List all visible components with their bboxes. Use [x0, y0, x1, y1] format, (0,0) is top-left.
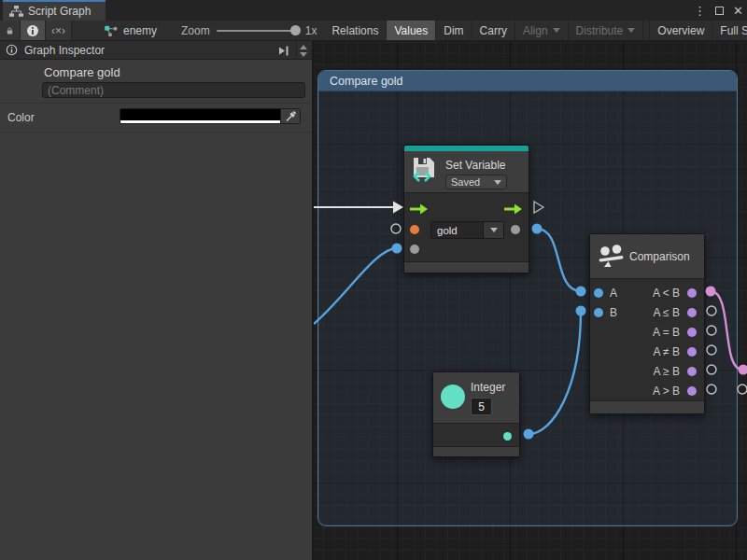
divider [0, 132, 312, 133]
output-label-lessequal: A ≤ B [653, 306, 680, 319]
eyedropper-icon [285, 110, 297, 122]
inspector-toggle-button[interactable] [21, 21, 46, 40]
divider [0, 103, 312, 104]
color-field[interactable] [120, 108, 301, 124]
carry-button[interactable]: Carry [472, 21, 515, 40]
integer-title: Integer [471, 381, 505, 394]
align-button[interactable]: Align [515, 21, 569, 40]
group-title: Compare gold [330, 75, 403, 88]
script-graph-icon [9, 6, 23, 17]
chevron-down-icon [490, 228, 498, 232]
breadcrumb-label: enemy [123, 24, 157, 37]
zoom-value: 1x [305, 24, 317, 37]
fullscreen-button[interactable]: Full Screen [712, 21, 747, 40]
chevron-up-icon [300, 45, 307, 49]
set-variable-header: Set Variable Saved [404, 151, 529, 192]
variable-name-dropdown[interactable]: gold [430, 221, 504, 239]
output-label-notequal: A ≠ B [653, 345, 680, 358]
clear-errors-button[interactable]: ‹×› [46, 21, 72, 40]
variable-output-port[interactable] [511, 225, 520, 234]
zoom-label: Zoom [181, 24, 210, 37]
comparison-balance-icon [598, 244, 626, 269]
connection-endpoint [739, 365, 747, 375]
output-port-notequal[interactable] [687, 347, 697, 357]
comparison-input-a-port[interactable] [594, 288, 603, 298]
graph-inspector-panel: Graph Inspector Compare gold Color [0, 41, 314, 560]
color-label: Color [7, 111, 35, 124]
breadcrumb[interactable]: enemy [96, 21, 164, 40]
integer-output-port[interactable] [503, 432, 512, 441]
output-port-equal[interactable] [687, 328, 697, 337]
integer-value-input[interactable]: 5 [471, 398, 492, 415]
comparison-header: Comparison [590, 234, 704, 278]
output-label-less: A < B [653, 287, 680, 300]
integer-literal-icon [441, 385, 465, 409]
alpha-bar [120, 120, 280, 123]
graph-inspector-title: Graph Inspector [24, 44, 105, 57]
dock-panel-icon[interactable] [277, 45, 290, 57]
panel-stepper[interactable] [296, 41, 310, 60]
graph-canvas[interactable]: Compare gold Set Variable Saved [314, 41, 747, 560]
node-comparison[interactable]: Comparison A B A < B A ≤ B A = B A ≠ B A… [589, 233, 705, 414]
save-variable-icon [411, 155, 439, 185]
integer-header: Integer 5 [433, 372, 519, 423]
kebab-menu-icon[interactable]: ⋮ [694, 4, 706, 18]
titlebar: Script Graph ⋮ ✕ [0, 0, 747, 21]
maximize-icon[interactable] [715, 7, 724, 15]
output-label-greaterequal: A ≥ B [653, 365, 680, 378]
lock-icon [6, 24, 14, 37]
comment-input[interactable] [42, 82, 305, 98]
set-variable-body: gold [404, 192, 529, 263]
output-port-lessequal[interactable] [687, 308, 697, 317]
graph-inspector-header: Graph Inspector [0, 41, 312, 60]
variable-name-value: gold [431, 222, 483, 238]
close-icon[interactable]: ✕ [733, 4, 743, 18]
distribute-button[interactable]: Distribute [569, 21, 644, 40]
relations-button[interactable]: Relations [324, 21, 387, 40]
output-label-greater: A > B [653, 385, 680, 398]
flow-out-port[interactable] [504, 203, 523, 215]
set-variable-footer [404, 261, 529, 273]
window-controls: ⋮ ✕ [694, 0, 743, 21]
variable-name-dropdown-button[interactable] [483, 222, 503, 238]
integer-body [433, 423, 519, 448]
dim-button[interactable]: Dim [436, 21, 472, 40]
zoom-slider-knob[interactable] [290, 25, 301, 35]
set-variable-title: Set Variable [445, 159, 505, 172]
flow-in-port[interactable] [410, 203, 429, 215]
comparison-title: Comparison [629, 250, 690, 263]
comparison-input-b-port[interactable] [594, 308, 603, 317]
node-integer[interactable]: Integer 5 [432, 371, 520, 457]
comparison-input-b-label: B [610, 306, 617, 319]
color-swatch[interactable] [120, 109, 280, 123]
integer-footer [433, 446, 519, 456]
eyedropper-button[interactable] [280, 109, 300, 123]
info-icon [6, 44, 18, 56]
code-x-icon: ‹×› [51, 24, 65, 37]
values-button[interactable]: Values [387, 21, 436, 40]
toolbar: ‹×› enemy Zoom 1x Relations Values Dim C… [0, 21, 747, 41]
variable-value-port[interactable] [410, 245, 419, 254]
script-graph-window: Script Graph ⋮ ✕ ‹×› [0, 0, 747, 560]
graph-title: Compare gold [44, 65, 120, 79]
output-port-less[interactable] [687, 288, 697, 298]
graph-node-icon [104, 24, 119, 37]
tab-script-graph[interactable]: Script Graph [3, 0, 106, 21]
group-header[interactable]: Compare gold [318, 71, 737, 91]
info-icon [26, 24, 39, 37]
zoom-control: Zoom 1x [181, 21, 317, 40]
node-set-variable[interactable]: Set Variable Saved gold [403, 145, 529, 273]
variable-scope-dropdown[interactable]: Saved [445, 175, 507, 189]
zoom-slider[interactable] [217, 30, 299, 32]
output-port-greater[interactable] [687, 386, 697, 396]
variable-name-port[interactable] [410, 225, 419, 234]
overview-button[interactable]: Overview [649, 21, 712, 40]
chevron-down-icon [627, 28, 635, 33]
chevron-down-icon [300, 52, 307, 57]
lock-button[interactable] [0, 21, 21, 40]
output-label-equal: A = B [653, 326, 680, 339]
comparison-footer [590, 400, 704, 413]
chevron-down-icon [553, 28, 560, 33]
output-port-greaterequal[interactable] [687, 367, 697, 376]
variable-scope-value: Saved [451, 176, 480, 188]
